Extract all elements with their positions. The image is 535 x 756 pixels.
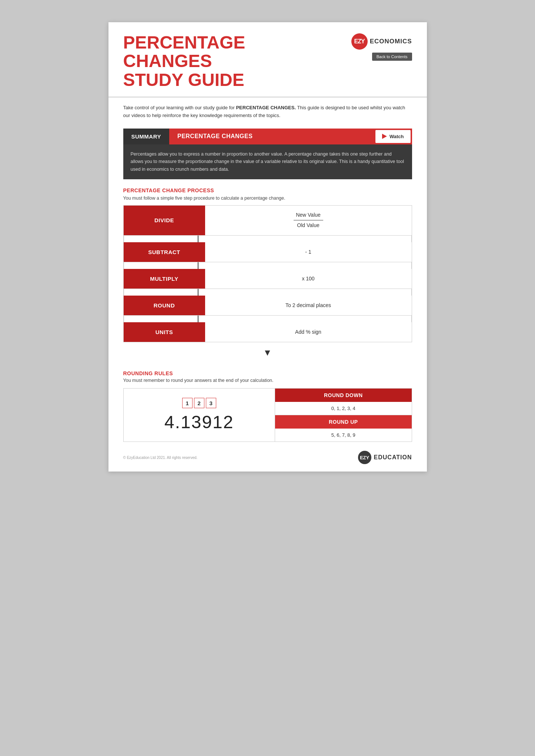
round-value: To 2 decimal places xyxy=(285,301,331,310)
process-label-multiply: MULTIPLY xyxy=(124,269,205,289)
footer-logo: EZY EDUCATION xyxy=(358,451,412,464)
num-box-1: 1 xyxy=(182,398,193,408)
rounding-section: ROUNDING RULES You must remember to roun… xyxy=(108,364,427,442)
process-label-units: UNITS xyxy=(124,322,205,342)
subtract-value: - 1 xyxy=(305,248,311,257)
process-value-round: To 2 decimal places xyxy=(205,296,412,315)
rounding-grid: 1 2 3 4.13912 ROUND DOWN 0, 1, 2, 3, 4 R… xyxy=(123,388,412,442)
intro-text: Take control of your learning with our s… xyxy=(108,97,427,123)
summary-bar: SUMMARY PERCENTAGE CHANGES Watch xyxy=(123,129,412,144)
process-value-divide: New Value Old Value xyxy=(205,206,412,236)
process-value-multiply: x 100 xyxy=(205,269,412,289)
process-row-units: UNITS Add % sign xyxy=(124,322,412,342)
back-to-contents-button[interactable]: Back to Contents xyxy=(372,53,412,61)
process-value-subtract: - 1 xyxy=(205,242,412,262)
big-number: 4.13912 xyxy=(164,412,234,432)
process-section-subtitle: You must follow a simple five step proce… xyxy=(108,195,427,205)
play-icon xyxy=(382,134,387,139)
rounding-right: ROUND DOWN 0, 1, 2, 3, 4 ROUND UP 5, 6, … xyxy=(275,389,412,442)
process-label-divide: DIVIDE xyxy=(124,206,205,236)
summary-description: Percentages allow you to express a numbe… xyxy=(123,144,412,179)
rounding-subtitle: You must remember to round your answers … xyxy=(123,378,412,383)
process-row-subtract: SUBTRACT - 1 xyxy=(124,242,412,262)
round-up-header: ROUND UP xyxy=(275,415,412,429)
process-label-round: ROUND xyxy=(124,296,205,315)
num-box-3: 3 xyxy=(206,398,216,408)
brand-logo: EZY ECONOMICS xyxy=(351,33,412,50)
summary-label: SUMMARY xyxy=(123,129,169,144)
watch-button[interactable]: Watch xyxy=(375,130,411,143)
summary-title: PERCENTAGE CHANGES xyxy=(169,129,374,144)
multiply-value: x 100 xyxy=(302,274,314,283)
number-boxes: 1 2 3 xyxy=(182,398,216,408)
footer-copyright: © EzyEducation Ltd 2021. All rights rese… xyxy=(123,456,198,460)
logo-block: EZY ECONOMICS Back to Contents xyxy=(351,33,412,61)
header: PERCENTAGE CHANGES STUDY GUIDE EZY ECONO… xyxy=(108,22,427,97)
ezy-badge: EZY xyxy=(351,33,368,50)
rounding-title: ROUNDING RULES xyxy=(123,370,412,376)
process-row-round: ROUND To 2 decimal places xyxy=(124,296,412,316)
intro-bold: PERCENTAGE CHANGES. xyxy=(236,105,296,110)
rounding-left: 1 2 3 4.13912 xyxy=(124,389,275,442)
process-label-subtract: SUBTRACT xyxy=(124,242,205,262)
brand-name: ECONOMICS xyxy=(370,38,412,45)
divide-value-line1: New Value xyxy=(296,211,321,220)
process-row-divide: DIVIDE New Value Old Value xyxy=(124,206,412,236)
page-container: PERCENTAGE CHANGES STUDY GUIDE EZY ECONO… xyxy=(108,22,427,472)
watch-label: Watch xyxy=(389,134,404,139)
round-up-values: 5, 6, 7, 8, 9 xyxy=(275,429,412,442)
footer-brand-name: EDUCATION xyxy=(374,454,412,461)
footer-ezy-badge: EZY xyxy=(358,451,371,464)
process-row-multiply: MULTIPLY x 100 xyxy=(124,269,412,289)
divide-value-line2: Old Value xyxy=(297,221,319,230)
page-title: PERCENTAGE CHANGES STUDY GUIDE xyxy=(123,33,245,89)
round-down-values: 0, 1, 2, 3, 4 xyxy=(275,402,412,415)
process-value-units: Add % sign xyxy=(205,322,412,342)
units-value: Add % sign xyxy=(295,328,321,337)
process-table: DIVIDE New Value Old Value SUBTRACT - 1 … xyxy=(123,205,412,343)
process-arrow-down: ▼ xyxy=(108,346,427,364)
process-section-title: PERCENTAGE CHANGE PROCESS xyxy=(108,179,427,195)
footer: © EzyEducation Ltd 2021. All rights rese… xyxy=(108,442,427,472)
num-box-2: 2 xyxy=(194,398,204,408)
round-down-header: ROUND DOWN xyxy=(275,389,412,402)
title-block: PERCENTAGE CHANGES STUDY GUIDE xyxy=(123,33,245,89)
intro-before-bold: Take control of your learning with our s… xyxy=(123,105,236,110)
